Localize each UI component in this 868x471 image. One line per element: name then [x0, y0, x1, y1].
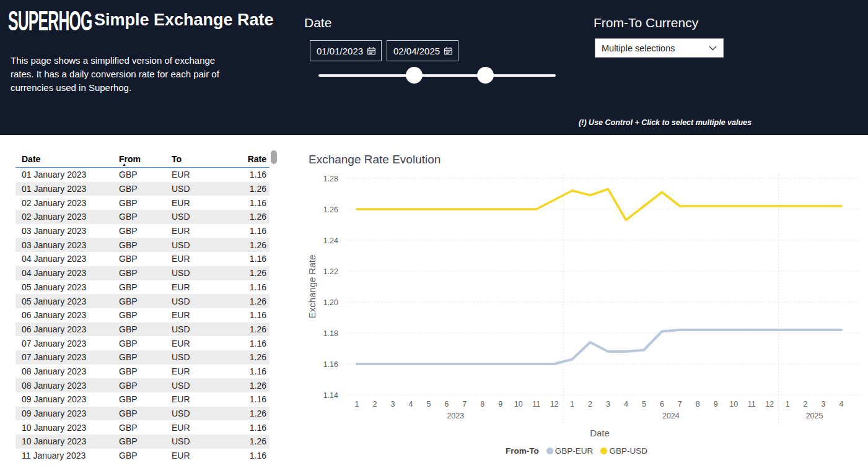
table-cell: 1.26 — [220, 436, 266, 446]
table-cell: GBP — [119, 310, 172, 320]
table-row[interactable]: 09 January 2023GBPUSD1.26 — [15, 407, 270, 421]
y-tick-label: 1.16 — [323, 360, 338, 369]
x-tick-month: 9 — [714, 400, 718, 408]
table-cell: 1.26 — [220, 324, 266, 334]
table-cell: 05 January 2023 — [15, 282, 119, 292]
table-cell: EUR — [172, 339, 220, 348]
column-header-to[interactable]: To — [172, 154, 220, 164]
table-row[interactable]: 03 January 2023GBPUSD1.26 — [15, 238, 270, 252]
date-end-input[interactable]: 02/04/2025 — [387, 40, 458, 61]
table-cell: GBP — [119, 240, 172, 250]
table-row[interactable]: 03 January 2023GBPEUR1.16 — [15, 224, 270, 238]
table-cell: 01 January 2023 — [15, 184, 119, 194]
multi-select-hint: (!) Use Control + Click to select multip… — [579, 118, 752, 127]
table-cell: GBP — [119, 170, 172, 179]
table-cell: GBP — [119, 212, 172, 222]
legend-item-gbp-eur[interactable]: GBP-EUR — [546, 446, 594, 456]
x-tick-year: 2025 — [806, 412, 823, 420]
table-cell: USD — [172, 184, 220, 194]
table-cell: 11 January 2023 — [15, 451, 119, 460]
gbp-eur-dot-icon — [546, 447, 553, 454]
table-cell: EUR — [172, 423, 220, 433]
table-row[interactable]: 07 January 2023GBPEUR1.16 — [15, 336, 270, 350]
table-scrollbar-thumb[interactable] — [271, 150, 277, 164]
table-cell: 1.26 — [220, 408, 266, 418]
table-row[interactable]: 08 January 2023GBPEUR1.16 — [15, 365, 270, 379]
table-cell: USD — [172, 212, 220, 222]
table-cell: 03 January 2023 — [15, 240, 119, 250]
x-tick-month: 4 — [624, 400, 628, 408]
x-tick-month: 4 — [840, 400, 844, 408]
table-row[interactable]: 02 January 2023GBPUSD1.26 — [15, 210, 270, 224]
table-row[interactable]: 10 January 2023GBPUSD1.26 — [15, 434, 270, 449]
table-row[interactable]: 05 January 2023GBPEUR1.16 — [15, 280, 270, 295]
table-cell: 09 January 2023 — [15, 408, 119, 418]
x-tick-year: 2024 — [662, 412, 680, 420]
table-cell: EUR — [172, 198, 220, 208]
table-row[interactable]: 07 January 2023GBPUSD1.26 — [15, 350, 270, 365]
slider-handle-end[interactable] — [477, 67, 494, 84]
table-row[interactable]: 09 January 2023GBPEUR1.16 — [15, 392, 270, 407]
table-row[interactable]: 04 January 2023GBPEUR1.16 — [15, 252, 270, 266]
table-cell: GBP — [119, 324, 172, 334]
table-row[interactable]: 06 January 2023GBPUSD1.26 — [15, 322, 270, 337]
y-tick-label: 1.22 — [323, 267, 338, 276]
x-tick-month: 1 — [786, 400, 790, 408]
page-title: Simple Exchange Rate — [94, 11, 274, 30]
table-row[interactable]: 01 January 2023GBPUSD1.26 — [15, 182, 270, 196]
slider-track[interactable] — [318, 74, 556, 77]
x-tick-month: 7 — [678, 400, 682, 408]
column-header-date[interactable]: Date — [15, 154, 119, 164]
table-cell: GBP — [119, 184, 172, 194]
superhog-logo: SUPERHOG — [8, 6, 92, 37]
table-cell: USD — [172, 381, 220, 391]
column-header-from[interactable]: From — [119, 154, 172, 164]
x-tick-month: 4 — [408, 400, 413, 408]
table-cell: 06 January 2023 — [15, 324, 119, 334]
legend-title: From-To — [506, 446, 539, 456]
table-cell: EUR — [172, 170, 220, 179]
table-cell: 1.16 — [220, 366, 266, 376]
table-cell: 09 January 2023 — [15, 394, 119, 404]
table-row[interactable]: 10 January 2023GBPEUR1.16 — [15, 420, 270, 434]
x-tick-month: 5 — [426, 400, 431, 408]
table-cell: 1.26 — [220, 212, 266, 222]
table-cell: GBP — [119, 282, 172, 292]
calendar-icon[interactable] — [367, 46, 376, 56]
table-cell: EUR — [172, 310, 220, 320]
x-tick-month: 12 — [550, 400, 559, 408]
table-cell: 05 January 2023 — [15, 296, 119, 306]
table-cell: 1.16 — [220, 198, 266, 208]
table-cell: 08 January 2023 — [15, 366, 119, 376]
table-cell: EUR — [172, 366, 220, 376]
table-cell: USD — [172, 268, 220, 278]
date-start-input[interactable]: 01/01/2023 — [310, 40, 382, 61]
table-row[interactable]: 05 January 2023GBPUSD1.26 — [15, 294, 270, 308]
table-row[interactable]: 11 January 2023GBPEUR1.16 — [15, 449, 270, 463]
table-row[interactable]: 08 January 2023GBPUSD1.26 — [15, 378, 270, 392]
y-tick-label: 1.28 — [323, 175, 338, 183]
table-cell: 10 January 2023 — [15, 436, 119, 446]
x-tick-month: 2 — [372, 400, 377, 408]
legend-label-gbp-eur: GBP-EUR — [555, 446, 594, 456]
table-cell: GBP — [119, 394, 172, 404]
table-cell: 02 January 2023 — [15, 198, 119, 208]
x-tick-month: 7 — [462, 400, 467, 408]
header-band: SUPERHOG Simple Exchange Rate This page … — [0, 0, 868, 135]
table-cell: 08 January 2023 — [15, 381, 119, 391]
calendar-icon[interactable] — [444, 46, 453, 56]
table-cell: USD — [172, 324, 220, 334]
legend-item-gbp-usd[interactable]: GBP-USD — [600, 446, 647, 456]
table-row[interactable]: 02 January 2023GBPEUR1.16 — [15, 196, 270, 210]
x-tick-month: 9 — [498, 400, 502, 408]
column-header-rate[interactable]: Rate — [220, 154, 266, 164]
currency-dropdown[interactable]: Multiple selections — [595, 38, 724, 58]
table-row[interactable]: 06 January 2023GBPEUR1.16 — [15, 308, 270, 322]
y-tick-label: 1.18 — [323, 329, 338, 338]
slider-handle-start[interactable] — [406, 67, 423, 84]
table-cell: GBP — [119, 366, 172, 376]
table-cell: GBP — [119, 339, 172, 348]
table-cell: 1.16 — [220, 423, 266, 433]
table-row[interactable]: 01 January 2023GBPEUR1.16 — [15, 168, 270, 182]
table-row[interactable]: 04 January 2023GBPUSD1.26 — [15, 266, 270, 280]
